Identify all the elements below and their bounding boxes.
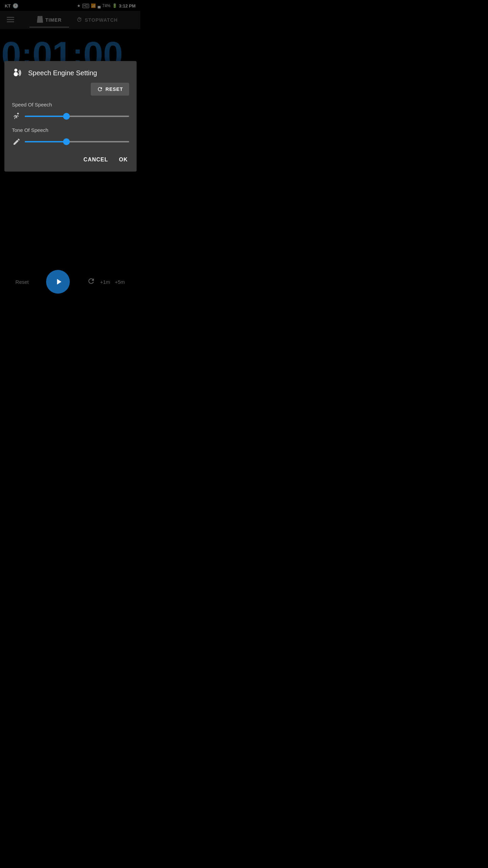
speed-slider[interactable] (25, 116, 129, 117)
speed-icon (12, 112, 21, 121)
tone-icon (12, 137, 21, 146)
refresh-icon (87, 277, 95, 287)
ok-button[interactable]: OK (118, 154, 129, 165)
tone-slider[interactable] (25, 141, 129, 142)
speed-of-speech-section: Speed Of Speech (12, 102, 129, 121)
speed-label: Speed Of Speech (12, 102, 129, 107)
svg-point-6 (14, 72, 18, 76)
plus5m-button[interactable]: +5m (115, 279, 125, 285)
reset-button-row: RESET (12, 83, 129, 96)
dialog-overlay: Speech Engine Setting RESET Speed Of Spe… (0, 0, 140, 304)
dialog-buttons: CANCEL OK (12, 154, 129, 165)
bottom-controls: Reset +1m +5m (0, 267, 140, 304)
reset-timer-button[interactable]: Reset (16, 279, 29, 285)
tone-of-speech-section: Tone Of Speech (12, 127, 129, 146)
reset-button-label: RESET (105, 86, 123, 92)
svg-marker-8 (57, 279, 61, 284)
speech-engine-icon (12, 68, 24, 78)
play-icon (54, 277, 63, 287)
cancel-button[interactable]: CANCEL (82, 154, 109, 165)
speech-engine-dialog: Speech Engine Setting RESET Speed Of Spe… (4, 61, 137, 172)
speed-slider-row (12, 112, 129, 121)
dialog-title-row: Speech Engine Setting (12, 68, 129, 78)
reset-button[interactable]: RESET (91, 83, 129, 96)
plus1m-label: +1m (100, 279, 110, 285)
tone-label: Tone Of Speech (12, 127, 129, 133)
plus5m-label: +5m (115, 279, 125, 285)
tone-slider-row (12, 137, 129, 146)
dialog-title: Speech Engine Setting (28, 69, 97, 77)
play-button[interactable] (46, 270, 70, 294)
reset-timer-label: Reset (16, 279, 29, 285)
svg-point-5 (14, 68, 17, 72)
plus1m-button[interactable]: +1m (100, 279, 110, 285)
replay-button[interactable] (87, 277, 95, 287)
svg-point-7 (17, 113, 19, 115)
